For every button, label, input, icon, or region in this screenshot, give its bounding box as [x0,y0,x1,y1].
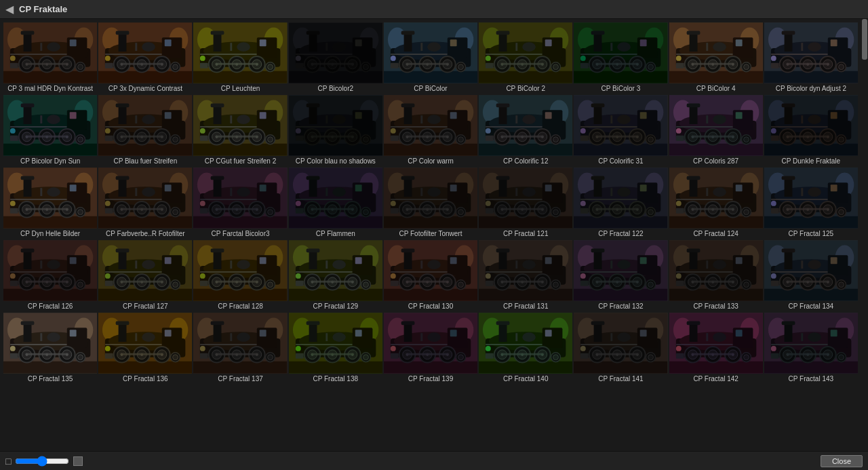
list-item[interactable]: CP Blau fuer Streifen [98,94,193,165]
list-item[interactable]: CP Bicolor2 [288,22,383,93]
svg-rect-1246 [574,313,667,374]
list-item[interactable]: CP Leuchten [193,22,288,93]
list-item[interactable]: CP Fractal 121 [478,167,573,238]
svg-rect-434 [479,96,572,156]
list-item[interactable]: CP Fractal 131 [478,239,573,311]
svg-rect-521 [764,96,858,156]
thumbnail-label: CP Dunkle Fraktale [764,157,858,165]
list-item[interactable]: CP Fractal 129 [288,239,383,311]
thumbnail-label: CP Colorific 12 [479,157,572,165]
thumbnail-grid[interactable]: CP 3 mal HDR Dyn Kontrast [0,19,861,451]
svg-rect-405 [384,96,477,156]
thumbnail-label: CP Blau fuer Streifen [98,157,192,165]
thumbnail-image [764,240,858,301]
svg-rect-753 [669,168,763,229]
list-item[interactable]: CP BiColor [383,22,478,93]
list-item[interactable]: CP Fractal 126 [3,239,98,311]
list-item[interactable]: CP Color warm [383,94,478,165]
list-item[interactable]: CP CGut fuer Streifen 2 [193,94,288,165]
list-item[interactable]: CP Fractal 143 [764,312,859,383]
thumbnail-image [193,22,287,83]
thumbnail-image [764,22,858,83]
list-item[interactable]: CP Fractal 141 [573,312,668,383]
thumbnail-label: CP Bicolor dyn Adjust 2 [764,85,858,92]
list-item[interactable]: CP Fractal 133 [669,239,764,311]
list-item[interactable]: CP Fotofilter Tonwert [383,167,478,238]
list-item[interactable]: CP Farbverbe..R Fotofilter [98,167,193,238]
list-item[interactable]: CP Fractal 132 [573,239,668,311]
list-item[interactable]: CP Fractal 136 [98,312,193,383]
list-item[interactable]: CP BiColor 2 [478,22,573,93]
scrollbar[interactable] [861,19,868,451]
thumbnail-label: CP Fractal 143 [764,375,858,383]
list-item[interactable]: CP 3 mal HDR Dyn Kontrast [3,22,98,93]
thumbnail-image [3,95,97,156]
zoom-slider[interactable] [15,456,69,467]
list-item[interactable]: CP BiColor 3 [573,22,668,93]
list-item[interactable]: CP Fractal 142 [669,312,764,383]
thumbnail-image [479,313,572,374]
list-item[interactable]: CP Fractal 138 [288,312,383,383]
svg-rect-347 [193,96,287,156]
thumbnail-image [289,240,382,301]
list-item[interactable]: CP Fractal 127 [98,239,193,311]
thumbnail-label: CP Dyn Helle Bilder [3,230,97,237]
list-item[interactable]: CP Color blau no shadows [288,94,383,165]
zoom-minus-icon[interactable]: □ [5,456,11,467]
list-item[interactable]: CP Colorific 31 [573,94,668,165]
back-button[interactable]: ◀ [5,3,14,16]
list-item[interactable]: CP Fractal 140 [478,312,573,383]
list-item[interactable]: CP Fractal 128 [193,239,288,311]
list-item[interactable]: CP Colorific 12 [478,94,573,165]
list-item[interactable]: CP Bicolor dyn Adjust 2 [764,22,859,93]
thumbnail-image [193,95,287,156]
scrollbar-thumb[interactable] [862,19,867,60]
list-item[interactable]: CP Flammen [288,167,383,238]
thumbnail-label: CP Fractal 131 [479,302,572,310]
thumbnail-image [479,168,572,229]
list-item[interactable]: CP 3x Dynamic Contrast [98,22,193,93]
list-item[interactable]: CP Fractal 124 [669,167,764,238]
thumbnail-label: CP 3 mal HDR Dyn Kontrast [3,85,97,92]
thumbnail-image [574,168,667,229]
svg-rect-782 [764,168,858,229]
thumbnail-label: CP Fractal 135 [3,375,97,383]
svg-rect-1188 [384,313,477,374]
thumbnail-label: CP Fractal 130 [384,302,477,310]
list-item[interactable]: CP Fractal 130 [383,239,478,311]
close-button[interactable]: Close [821,455,863,467]
list-item[interactable]: CP BiColor 4 [669,22,764,93]
list-item[interactable]: CP Fractal 137 [193,312,288,383]
list-item[interactable]: CP Dyn Helle Bilder [3,167,98,238]
zoom-plus-icon[interactable] [73,456,83,466]
thumbnail-label: CP Fractal 129 [289,302,382,310]
list-item[interactable]: CP Fractal 139 [383,312,478,383]
thumbnail-image [289,22,382,83]
list-item[interactable]: CP Fractal 122 [573,167,668,238]
thumbnail-label: CP Fractal 137 [193,375,287,383]
svg-rect-1304 [764,313,858,374]
thumbnail-label: CP BiColor [384,85,477,92]
svg-rect-463 [574,96,667,156]
thumbnail-image [669,240,763,301]
list-item[interactable]: CP Fractal 125 [764,167,859,238]
list-item[interactable]: CP Farctal Bicolor3 [193,167,288,238]
thumbnail-image [479,22,572,83]
list-item[interactable]: CP Dunkle Fraktale [764,94,859,165]
list-item[interactable]: CP Bicolor Dyn Sun [3,94,98,165]
thumbnail-label: CP BiColor 4 [669,85,763,92]
svg-rect-724 [574,168,667,229]
thumbnail-label: CP Farbverbe..R Fotofilter [98,230,192,237]
svg-rect-579 [98,168,192,229]
svg-rect-1043 [764,241,858,301]
svg-rect-28 [3,23,97,83]
thumbnail-image [479,95,572,156]
list-item[interactable]: CP Fractal 134 [764,239,859,311]
list-item[interactable]: CP Coloris 287 [669,94,764,165]
svg-rect-869 [193,241,287,301]
svg-rect-86 [193,23,287,83]
titlebar: ◀ CP Fraktale [0,0,868,19]
list-item[interactable]: CP Fractal 135 [3,312,98,383]
thumbnail-image [384,168,477,229]
thumbnail-image [3,168,97,229]
